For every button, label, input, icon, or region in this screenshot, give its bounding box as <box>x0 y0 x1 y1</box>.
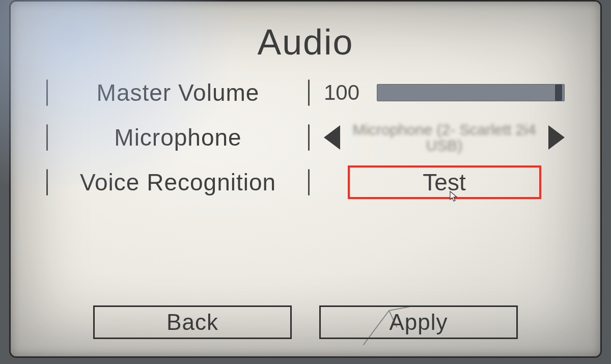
slider-thumb-icon[interactable] <box>555 85 562 101</box>
settings-list: Master Volume 100 Microphone Microphone … <box>41 77 570 198</box>
voice-recognition-test-button[interactable]: Test <box>348 165 541 199</box>
microphone-label: Microphone <box>62 124 294 151</box>
master-volume-value: 100 <box>324 80 365 105</box>
row-divider-icon <box>46 124 48 151</box>
audio-settings-panel: Audio Master Volume 100 Microphone Micro… <box>9 0 602 358</box>
footer-buttons: Back Apply <box>11 305 600 339</box>
row-divider-icon <box>46 169 48 195</box>
row-master-volume: Master Volume 100 <box>46 77 565 108</box>
back-button[interactable]: Back <box>93 305 292 339</box>
row-voice-recognition: Voice Recognition Test <box>46 166 565 198</box>
voice-recognition-label: Voice Recognition <box>62 169 294 196</box>
page-title: Audio <box>41 22 570 63</box>
microphone-next-arrow-icon[interactable] <box>548 125 565 150</box>
master-volume-slider[interactable] <box>377 84 565 101</box>
row-divider-icon <box>308 169 310 195</box>
row-microphone: Microphone Microphone (2- Scarlett 2i4 U… <box>46 122 565 153</box>
row-divider-icon <box>308 124 310 151</box>
apply-button[interactable]: Apply <box>319 305 518 339</box>
master-volume-label: Master Volume <box>62 79 294 106</box>
microphone-prev-arrow-icon[interactable] <box>324 125 340 150</box>
row-divider-icon <box>308 79 310 106</box>
microphone-device-name: Microphone (2- Scarlett 2i4 USB) <box>352 122 536 154</box>
row-divider-icon <box>46 79 48 106</box>
